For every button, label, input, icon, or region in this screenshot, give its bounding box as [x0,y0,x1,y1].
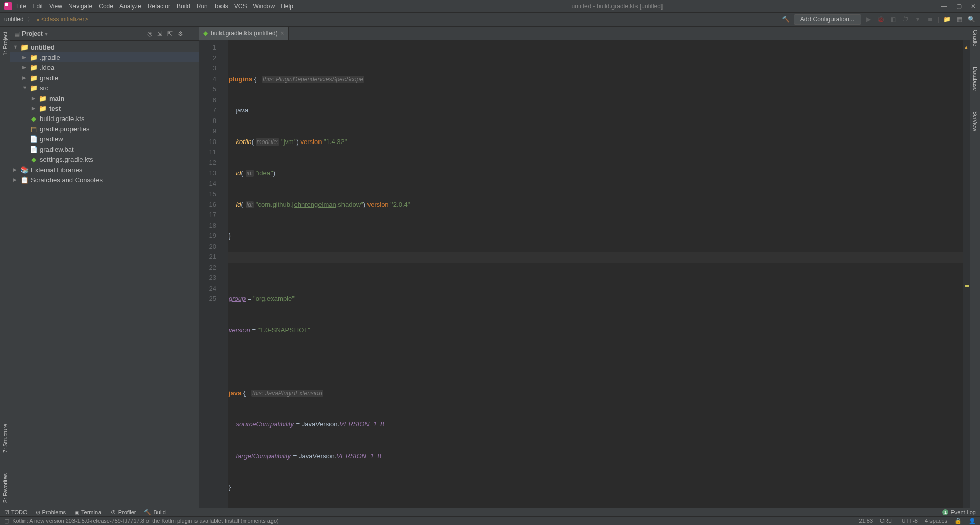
right-toolwindow-bar: Gradle Database SciView [970,27,980,508]
toolwindow-problems[interactable]: ⊘ Problems [36,509,66,516]
stripe-mark[interactable] [965,285,969,287]
editor-area: ◆ build.gradle.kts (untitled) × 12345678… [199,27,970,508]
tree-row[interactable]: ▶📁test [10,103,199,113]
menu-code[interactable]: Code [99,3,113,10]
window-title: untitled - build.gradle.kts [untitled] [293,3,941,10]
build-hammer-icon[interactable]: 🔨 [781,15,791,24]
stop-icon[interactable]: ■ [925,15,935,24]
inspect-icon[interactable]: 👤 [969,518,976,524]
coverage-icon[interactable]: ◧ [889,15,898,24]
tree-row[interactable]: ◆build.gradle.kts [10,113,199,124]
tree-row[interactable]: ▶📁.gradle [10,52,199,62]
warning-icon[interactable]: ▲ [964,42,969,53]
tree-row[interactable]: ▼📁src [10,83,199,93]
project-panel-title[interactable]: Project [22,30,43,37]
tab-label: build.gradle.kts (untitled) [211,30,278,37]
svg-rect-1 [5,3,8,6]
line-number-gutter: 1234567891011121314151617181920212223242… [199,40,220,525]
tree-row[interactable]: ▤gradle.properties [10,124,199,134]
close-icon[interactable]: ✕ [971,3,976,10]
toolwindow-database-tab[interactable]: Database [972,67,978,91]
dropdown-icon[interactable]: ▾ [913,15,922,24]
toolwindow-project-tab[interactable]: 1: Project [2,32,8,55]
editor-marker-strip[interactable]: ▲ [963,40,970,525]
project-tree[interactable]: ▼📁untitled ▶📁.gradle▶📁.idea▶📁gradle▼📁src… [10,41,199,186]
tab-close-icon[interactable]: × [281,30,284,37]
gear-icon[interactable]: ⚙ [178,30,183,37]
toolwindow-terminal[interactable]: ▣ Terminal [74,509,103,516]
breadcrumb: untitled 〉 ⬥ <class initializer> [4,15,88,24]
editor-tabs: ◆ build.gradle.kts (untitled) × [199,27,970,40]
fold-gutter [220,40,228,525]
menu-view[interactable]: View [49,3,62,10]
code-content[interactable]: plugins { this: PluginDependenciesSpecSc… [228,40,963,525]
tree-row[interactable]: 📄gradlew.bat [10,144,199,154]
toolwindow-favorites-tab[interactable]: 2: Favorites [2,473,8,503]
tree-row[interactable]: ▶📁gradle [10,73,199,83]
menu-navigate[interactable]: Navigate [68,3,92,10]
app-icon [4,2,12,10]
toolwindow-todo[interactable]: ☑ TODO [4,509,28,516]
debug-icon[interactable]: 🐞 [876,15,886,24]
toolwindow-gradle-tab[interactable]: Gradle [972,30,978,46]
collapse-icon[interactable]: ⇲ [157,30,162,37]
breadcrumb-context[interactable]: ⬥ <class initializer> [36,16,88,23]
gradle-file-icon: ◆ [203,30,208,37]
main-menu: File Edit View Navigate Code Analyze Ref… [16,3,293,10]
tree-external-libraries[interactable]: ▶📚External Libraries [10,164,199,175]
toolwindow-build[interactable]: 🔨 Build [144,509,165,516]
expand-icon[interactable]: ⇱ [167,30,173,37]
vcs-icon[interactable]: 📁 [942,15,951,24]
hide-icon[interactable]: — [188,30,194,37]
navbar: untitled 〉 ⬥ <class initializer> 🔨 Add C… [0,12,980,27]
menu-help[interactable]: Help [281,3,293,10]
search-icon[interactable]: 🔍 [967,15,976,24]
maximize-icon[interactable]: ▢ [956,3,962,10]
project-view-icon: ▤ [14,30,20,37]
code-editor[interactable]: 1234567891011121314151617181920212223242… [199,40,970,525]
menu-build[interactable]: Build [177,3,190,10]
profile-icon[interactable]: ⏱ [901,15,910,24]
chevron-down-icon[interactable]: ▾ [45,30,48,37]
menu-file[interactable]: File [16,3,26,10]
tree-row[interactable]: ◆settings.gradle.kts [10,154,199,164]
project-panel: ▤ Project ▾ ◎ ⇲ ⇱ ⚙ — ▼📁untitled ▶📁.grad… [10,27,199,508]
menu-tools[interactable]: Tools [214,3,228,10]
menu-vcs[interactable]: VCS [234,3,247,10]
breadcrumb-project[interactable]: untitled [4,16,24,23]
structure-icon[interactable]: ▦ [954,15,964,24]
menu-refactor[interactable]: Refactor [148,3,170,10]
toolwindows-icon[interactable]: ▢ [4,518,9,524]
toolwindow-structure-tab[interactable]: 7: Structure [2,424,8,453]
tree-root[interactable]: ▼📁untitled [10,42,199,52]
menu-run[interactable]: Run [197,3,208,10]
editor-tab-build-gradle[interactable]: ◆ build.gradle.kts (untitled) × [199,27,289,40]
tree-scratches[interactable]: ▶📋Scratches and Consoles [10,175,199,185]
minimize-icon[interactable]: — [941,3,947,10]
menu-analyze[interactable]: Analyze [119,3,141,10]
breadcrumb-sep: 〉 [27,15,33,24]
run-icon[interactable]: ▶ [864,15,873,24]
toolwindow-profiler[interactable]: ⏱ Profiler [111,509,136,515]
project-panel-header: ▤ Project ▾ ◎ ⇲ ⇱ ⚙ — [10,27,199,41]
add-configuration-button[interactable]: Add Configuration... [794,14,861,25]
titlebar: File Edit View Navigate Code Analyze Ref… [0,0,980,12]
menu-window[interactable]: Window [253,3,275,10]
tree-row[interactable]: ▶📁main [10,93,199,103]
scope-icon[interactable]: ◎ [147,30,152,37]
toolwindow-sciview-tab[interactable]: SciView [972,111,978,131]
tree-row[interactable]: ▶📁.idea [10,62,199,73]
tree-row[interactable]: 📄gradlew [10,134,199,144]
menu-edit[interactable]: Edit [32,3,43,10]
